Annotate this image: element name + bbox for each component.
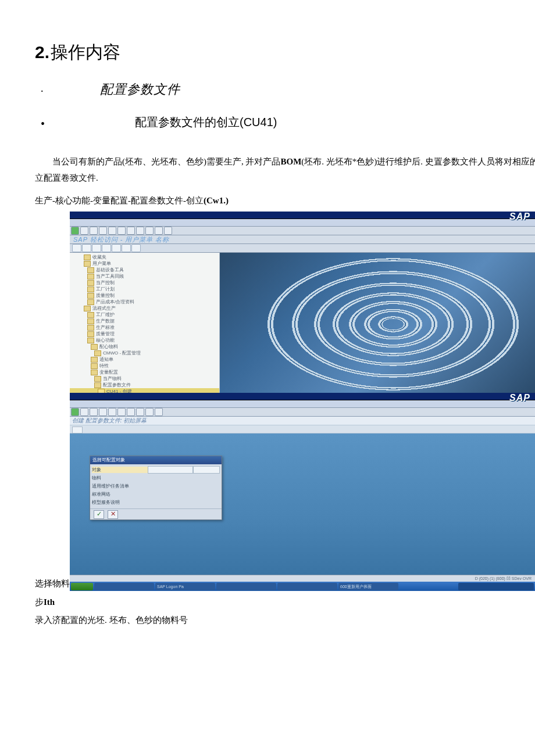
tree-node-label: 工厂计划	[96, 286, 115, 292]
app-button[interactable]	[72, 427, 83, 433]
start-button[interactable]	[71, 583, 93, 590]
taskbar-item[interactable]	[216, 583, 276, 590]
tree-node[interactable]: 工厂维护	[70, 311, 219, 318]
dialog-row: 对象	[92, 466, 220, 474]
tree-node[interactable]: 特性	[70, 363, 219, 369]
toolbar-button[interactable]	[127, 227, 135, 235]
tree-node[interactable]: 产品成本/合理资料	[70, 299, 219, 305]
tree-node[interactable]: 质量控制	[70, 292, 219, 299]
ok-button[interactable]: ✓	[94, 510, 104, 519]
subtitle-bar: SAP 轻松访问 - 用户菜单 名称	[70, 235, 535, 244]
sap-logo: SAP	[509, 393, 530, 403]
toolbar-button[interactable]	[90, 408, 98, 416]
toolbar-button[interactable]	[108, 408, 116, 416]
tree-node[interactable]: 收藏夹	[70, 254, 219, 260]
tree-node[interactable]: 流程式生产	[70, 305, 219, 311]
folder-icon	[87, 299, 94, 305]
cancel-button[interactable]: ✕	[108, 510, 118, 519]
title-bar: SAP	[70, 212, 535, 219]
enter-icon[interactable]	[71, 408, 79, 416]
tree-node[interactable]: 当产工具回顾	[70, 273, 219, 280]
toolbar-button[interactable]	[155, 227, 163, 235]
taskbar-item[interactable]: SAP Logon Pa	[155, 583, 215, 590]
tree-node-label: 核心功能	[96, 337, 115, 343]
input-field[interactable]	[148, 466, 193, 474]
taskbar-item[interactable]	[94, 583, 154, 590]
folder-icon	[91, 344, 98, 350]
tree-node[interactable]: 当产物料	[70, 375, 219, 382]
menu-bar[interactable]	[70, 219, 535, 227]
toolbar-button[interactable]	[117, 227, 126, 235]
tree-node[interactable]: 用户菜单	[70, 260, 219, 267]
field-label: 标准网络	[92, 491, 148, 497]
folder-icon	[94, 350, 101, 356]
toolbar-button[interactable]	[90, 227, 98, 235]
tree-node-label: 配心物料	[99, 343, 118, 350]
input-field[interactable]	[193, 466, 220, 474]
tree-node-label: 工厂维护	[96, 311, 115, 318]
tree-node[interactable]: 配置参数文件	[70, 382, 219, 388]
toolbar-button[interactable]	[145, 408, 154, 416]
folder-icon	[87, 325, 94, 331]
tree-node[interactable]: 当产控制	[70, 280, 219, 286]
app-button[interactable]	[102, 244, 111, 252]
bullet-icon: •	[41, 117, 51, 131]
tree-node[interactable]: CMWO - 配置管理	[70, 350, 219, 356]
instruction-line: 录入济配置的光坯. 坯布、色纱的物料号	[35, 613, 535, 628]
tree-node[interactable]: 通知单	[70, 356, 219, 363]
dialog-footer: ✓ ✕	[90, 508, 222, 519]
toolbar-button[interactable]	[164, 227, 172, 235]
app-button[interactable]	[92, 244, 101, 252]
sub-sub-heading-text: 配置参数文件的创立(CU41)	[135, 116, 277, 128]
taskbar-item[interactable]	[277, 583, 337, 590]
tree-node[interactable]: 工厂计划	[70, 286, 219, 292]
toolbar-button[interactable]	[80, 227, 88, 235]
folder-icon	[87, 318, 94, 324]
field-label: 通用维护任务清单	[92, 483, 148, 489]
system-tray[interactable]	[458, 583, 534, 590]
folder-icon	[87, 280, 94, 286]
folder-icon	[91, 357, 98, 363]
toolbar-button[interactable]	[108, 227, 116, 235]
toolbar-button[interactable]	[136, 227, 144, 235]
enter-icon[interactable]	[71, 227, 79, 235]
app-button[interactable]	[72, 244, 81, 252]
toolbar-button[interactable]	[145, 227, 154, 235]
dialog-row: 通用维护任务清单	[92, 482, 220, 490]
folder-icon	[91, 370, 98, 375]
tree-node[interactable]: 生产标准	[70, 324, 219, 331]
app-button[interactable]	[131, 244, 141, 252]
menu-bar[interactable]	[70, 400, 535, 408]
toolbar-button[interactable]	[136, 408, 144, 416]
app-button[interactable]	[112, 244, 121, 252]
tree-node[interactable]: 核心功能	[70, 337, 219, 343]
toolbar-button[interactable]	[99, 408, 107, 416]
folder-icon	[87, 338, 94, 343]
field-label: 模型服务说明	[92, 499, 148, 506]
nav-tree[interactable]: 收藏夹用户菜单基础设备工具当产工具回顾当产控制工厂计划质量控制产品成本/合理资料…	[70, 253, 220, 396]
tree-node[interactable]: 生产数据	[70, 318, 219, 324]
field-label: 物料	[92, 475, 148, 481]
tree-node-label: 生产数据	[96, 318, 115, 324]
dialog-row: 标准网络	[92, 490, 220, 498]
app-toolbar	[70, 425, 535, 433]
tree-node[interactable]: 质量管理	[70, 331, 219, 337]
toolbar-button[interactable]	[80, 408, 88, 416]
tree-node-label: 当产物料	[103, 375, 122, 382]
taskbar-item[interactable]: 600重新用户界面	[338, 583, 398, 590]
toolbar-button[interactable]	[127, 408, 135, 416]
sap-screenshot-1: SAP SAP 轻松访问 - 用户菜单 名称	[70, 212, 535, 390]
sub-sub-heading-row: • 配置参数文件的创立(CU41)	[41, 114, 535, 131]
tree-node-label: CMWO - 配置管理	[103, 350, 141, 356]
tree-node[interactable]: 配心物料	[70, 343, 219, 350]
tree-node-label: 当产工具回顾	[96, 273, 124, 280]
toolbar-button[interactable]	[99, 227, 107, 235]
tree-node[interactable]: 基础设备工具	[70, 267, 219, 273]
app-button[interactable]	[82, 244, 91, 252]
tree-node[interactable]: 变量配置	[70, 369, 219, 375]
instruction-line: 步Ith	[35, 595, 535, 610]
toolbar-button[interactable]	[155, 408, 163, 416]
select-object-dialog: 选择可配置对象 对象物料通用维护任务清单标准网络模型服务说明 ✓ ✕	[90, 456, 222, 520]
app-button[interactable]	[122, 244, 131, 252]
toolbar-button[interactable]	[117, 408, 126, 416]
